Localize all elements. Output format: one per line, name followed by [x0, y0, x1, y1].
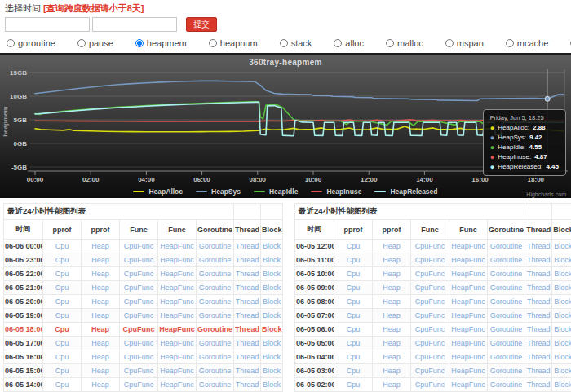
radio-goroutine[interactable]: [7, 39, 15, 47]
profile-link-heapfunc[interactable]: HeapFunc: [451, 284, 485, 292]
profile-option-alloc[interactable]: alloc: [334, 38, 364, 48]
profile-link-heapfunc[interactable]: HeapFunc: [160, 284, 194, 292]
profile-link-heapfunc[interactable]: HeapFunc: [160, 353, 194, 361]
profile-link-cpu[interactable]: Cpu: [347, 353, 361, 361]
profile-link-cpu[interactable]: Cpu: [55, 297, 69, 306]
legend-item-heapreleased[interactable]: HeapReleased: [374, 187, 437, 196]
radio-mcache[interactable]: [506, 39, 514, 47]
profile-link-block[interactable]: Block: [263, 270, 281, 278]
profile-link-block[interactable]: Block: [263, 381, 281, 389]
profile-link-heap[interactable]: Heap: [383, 325, 401, 333]
profile-link-thread[interactable]: Thread: [527, 297, 551, 306]
profile-link-cpufunc[interactable]: CpuFunc: [415, 256, 445, 264]
profile-link-goroutine[interactable]: Goroutine: [490, 353, 523, 361]
profile-link-thread[interactable]: Thread: [527, 270, 551, 278]
profile-link-cpu[interactable]: Cpu: [347, 297, 361, 306]
profile-link-block[interactable]: Block: [263, 297, 281, 306]
profile-link-goroutine[interactable]: Goroutine: [199, 353, 232, 361]
profile-link-block[interactable]: Block: [263, 367, 281, 375]
profile-link-cpufunc[interactable]: CpuFunc: [415, 297, 445, 306]
profile-link-cpu[interactable]: Cpu: [347, 325, 361, 333]
profile-link-heapfunc[interactable]: HeapFunc: [451, 256, 485, 264]
profile-link-cpu[interactable]: Cpu: [55, 353, 69, 361]
profile-link-goroutine[interactable]: Goroutine: [199, 256, 232, 264]
profile-link-goroutine[interactable]: Goroutine: [199, 297, 232, 306]
profile-link-block[interactable]: Block: [554, 353, 571, 361]
profile-link-heapfunc[interactable]: HeapFunc: [451, 297, 485, 306]
profile-link-heapfunc[interactable]: HeapFunc: [160, 256, 194, 264]
profile-link-heapfunc[interactable]: HeapFunc: [451, 367, 485, 375]
profile-link-heapfunc[interactable]: HeapFunc: [160, 311, 194, 319]
legend-item-heapalloc[interactable]: HeapAlloc: [133, 187, 183, 196]
profile-link-cpu[interactable]: Cpu: [55, 339, 69, 347]
profile-link-block[interactable]: Block: [554, 311, 571, 319]
profile-link-heapfunc[interactable]: HeapFunc: [160, 242, 194, 250]
profile-link-goroutine[interactable]: Goroutine: [199, 339, 232, 347]
profile-link-heap[interactable]: Heap: [383, 367, 401, 375]
profile-link-thread[interactable]: Thread: [527, 242, 551, 250]
profile-link-block[interactable]: Block: [554, 297, 571, 306]
profile-link-thread[interactable]: Thread: [236, 367, 259, 375]
profile-link-heapfunc[interactable]: HeapFunc: [451, 353, 485, 361]
profile-link-cpufunc[interactable]: CpuFunc: [124, 353, 154, 361]
profile-link-goroutine[interactable]: Goroutine: [490, 270, 523, 278]
profile-link-goroutine[interactable]: Goroutine: [199, 270, 232, 278]
legend-item-heapsys[interactable]: HeapSys: [196, 187, 241, 196]
profile-link-cpufunc[interactable]: CpuFunc: [415, 325, 445, 333]
profile-link-goroutine[interactable]: Goroutine: [490, 284, 523, 292]
profile-link-goroutine[interactable]: Goroutine: [490, 311, 523, 319]
profile-link-thread[interactable]: Thread: [236, 256, 259, 264]
profile-link-heap[interactable]: Heap: [383, 381, 401, 389]
profile-option-mspan[interactable]: mspan: [445, 38, 484, 48]
profile-link-block[interactable]: Block: [263, 311, 281, 319]
profile-link-block[interactable]: Block: [554, 339, 571, 347]
profile-link-thread[interactable]: Thread: [527, 353, 551, 361]
profile-link-cpu[interactable]: Cpu: [347, 256, 361, 264]
radio-malloc[interactable]: [386, 39, 394, 47]
profile-link-cpu[interactable]: Cpu: [347, 284, 361, 292]
profile-link-goroutine[interactable]: Goroutine: [490, 256, 523, 264]
profile-link-cpufunc[interactable]: CpuFunc: [124, 367, 154, 375]
profile-link-thread[interactable]: Thread: [527, 311, 551, 319]
profile-link-cpu[interactable]: Cpu: [55, 284, 69, 292]
profile-link-cpu[interactable]: Cpu: [55, 311, 69, 319]
profile-link-cpu[interactable]: Cpu: [55, 381, 69, 389]
profile-link-cpufunc[interactable]: CpuFunc: [124, 284, 154, 292]
profile-link-goroutine[interactable]: Goroutine: [490, 339, 523, 347]
start-time-input[interactable]: [5, 17, 90, 32]
profile-link-cpu[interactable]: Cpu: [55, 256, 69, 264]
profile-link-thread[interactable]: Thread: [527, 367, 551, 375]
profile-link-heapfunc[interactable]: HeapFunc: [451, 270, 485, 278]
radio-mspan[interactable]: [445, 39, 454, 47]
profile-link-thread[interactable]: Thread: [527, 381, 551, 389]
profile-option-malloc[interactable]: malloc: [386, 38, 423, 48]
profile-link-thread[interactable]: Thread: [235, 325, 259, 333]
profile-link-cpufunc[interactable]: CpuFunc: [415, 339, 445, 347]
profile-link-cpufunc[interactable]: CpuFunc: [124, 242, 154, 250]
radio-stack[interactable]: [280, 39, 288, 47]
profile-link-heapfunc[interactable]: HeapFunc: [160, 297, 194, 306]
profile-link-heap[interactable]: Heap: [91, 353, 109, 361]
profile-link-heap[interactable]: Heap: [91, 381, 109, 389]
profile-link-cpufunc[interactable]: CpuFunc: [415, 242, 445, 250]
profile-link-cpufunc[interactable]: CpuFunc: [415, 381, 445, 389]
profile-link-block[interactable]: Block: [554, 367, 571, 375]
profile-link-cpufunc[interactable]: CpuFunc: [124, 339, 154, 347]
profile-link-goroutine[interactable]: Goroutine: [490, 325, 523, 333]
profile-link-thread[interactable]: Thread: [236, 270, 259, 278]
profile-option-goroutine[interactable]: goroutine: [7, 38, 55, 48]
profile-link-cpu[interactable]: Cpu: [55, 270, 69, 278]
profile-link-cpufunc[interactable]: CpuFunc: [124, 297, 154, 306]
profile-link-thread[interactable]: Thread: [527, 339, 551, 347]
profile-link-thread[interactable]: Thread: [236, 242, 259, 250]
profile-link-thread[interactable]: Thread: [527, 325, 551, 333]
profile-link-thread[interactable]: Thread: [527, 284, 551, 292]
profile-link-block[interactable]: Block: [554, 242, 571, 250]
profile-link-heap[interactable]: Heap: [383, 256, 401, 264]
series-line-heapreleased[interactable]: [35, 102, 564, 135]
profile-link-heap[interactable]: Heap: [91, 270, 109, 278]
profile-link-goroutine[interactable]: Goroutine: [197, 325, 232, 333]
profile-link-heap[interactable]: Heap: [91, 367, 109, 375]
profile-link-goroutine[interactable]: Goroutine: [199, 284, 232, 292]
profile-link-block[interactable]: Block: [263, 256, 281, 264]
